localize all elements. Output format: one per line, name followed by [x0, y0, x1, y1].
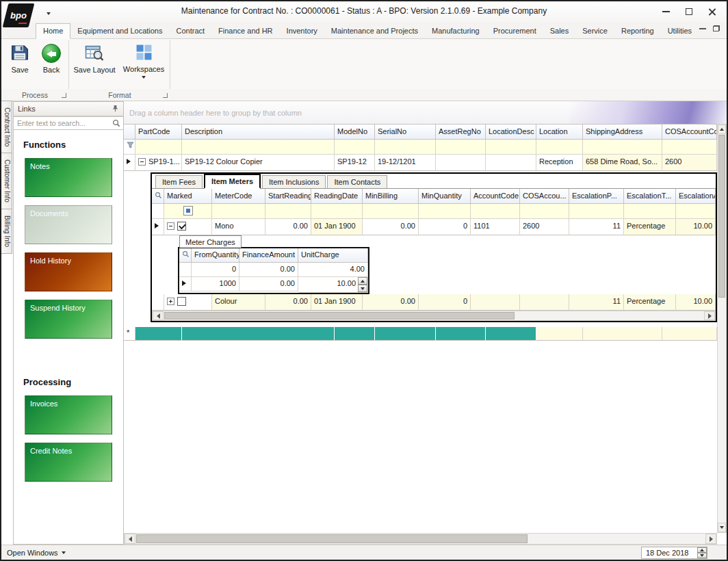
- collapse-row-icon[interactable]: [167, 222, 174, 230]
- cell-locationdesc[interactable]: [486, 155, 536, 171]
- meters-column-readingdate[interactable]: ReadingDate: [311, 189, 363, 204]
- new-cell-cosaccountcode[interactable]: [662, 327, 717, 341]
- scroll-left-button[interactable]: [125, 534, 135, 544]
- pin-icon[interactable]: [112, 105, 119, 114]
- checkbox-filter-icon[interactable]: [183, 206, 193, 216]
- meters-filter-startreading[interactable]: [265, 204, 311, 219]
- charges-cell-fromquantity[interactable]: 1000: [192, 277, 239, 291]
- meters-cell-marked[interactable]: [164, 294, 212, 311]
- charge-row-2[interactable]: 1000 0.00 10.00: [179, 277, 368, 293]
- search-icon[interactable]: [112, 119, 120, 129]
- meter-row-mono[interactable]: Mono 0.00 01 Jan 1900 0.00 0 1101 2600 1…: [152, 219, 716, 235]
- ribbon-tab-utilities[interactable]: Utilities: [661, 24, 699, 38]
- meter-row-colour[interactable]: Colour 0.00 01 Jan 1900 0.00 0 11 Percen…: [152, 294, 716, 311]
- meters-cell-escalationt[interactable]: Percentage: [624, 294, 676, 311]
- spin-up-button[interactable]: [697, 547, 707, 553]
- column-header-partcode[interactable]: PartCode: [135, 125, 182, 140]
- filter-cell-locationdesc[interactable]: [486, 140, 536, 155]
- scrollbar-thumb[interactable]: [718, 135, 725, 298]
- scrollbar-thumb[interactable]: [164, 312, 515, 319]
- ribbon-tab-sales[interactable]: Sales: [543, 24, 576, 38]
- meters-column-metercode[interactable]: MeterCode: [212, 189, 265, 204]
- suspend-history-button[interactable]: Suspend History: [25, 300, 112, 339]
- tab-item-fees[interactable]: Item Fees: [155, 175, 203, 188]
- vertical-scrollbar[interactable]: [717, 124, 727, 533]
- maximize-button[interactable]: [677, 1, 701, 22]
- back-button[interactable]: Back: [37, 41, 66, 87]
- main-horizontal-scrollbar[interactable]: [124, 533, 717, 545]
- new-cell-shippingaddress[interactable]: [583, 327, 662, 341]
- new-cell-locationdesc[interactable]: [486, 327, 536, 341]
- meters-column-escalationa[interactable]: EscalationA...: [676, 189, 716, 204]
- column-header-description[interactable]: Description: [182, 125, 335, 140]
- group-by-panel[interactable]: Drag a column header here to group by th…: [124, 101, 727, 124]
- ribbon-tab-service[interactable]: Service: [575, 24, 614, 38]
- meters-filter-marked[interactable]: [164, 204, 212, 219]
- meters-cell-minquantity[interactable]: 0: [419, 294, 471, 311]
- spin-down-button[interactable]: [697, 553, 707, 558]
- documents-button[interactable]: Documents: [25, 205, 112, 244]
- minimize-button[interactable]: [654, 1, 677, 22]
- collapse-row-icon[interactable]: [138, 158, 146, 166]
- meters-cell-readingdate[interactable]: 01 Jan 1900: [311, 294, 363, 311]
- meters-column-escalationt[interactable]: EscalationT...: [624, 189, 676, 204]
- ribbon-tab-reporting[interactable]: Reporting: [614, 24, 661, 38]
- ribbon-tab-manufacturing[interactable]: Manufacturing: [425, 24, 486, 38]
- cell-location[interactable]: Reception: [536, 155, 583, 171]
- save-button[interactable]: Save: [5, 41, 34, 87]
- tab-item-inclusions[interactable]: Item Inclusions: [262, 175, 326, 188]
- cell-shippingaddress[interactable]: 658 Dime Road, So...: [583, 155, 662, 171]
- meters-filter-escalationt[interactable]: [624, 204, 676, 219]
- ribbon-tab-inventory[interactable]: Inventory: [280, 24, 324, 38]
- filter-cell-description[interactable]: [182, 140, 335, 155]
- tab-meter-charges[interactable]: Meter Charges: [179, 235, 242, 248]
- date-editor[interactable]: 18 Dec 2018: [641, 547, 707, 559]
- spin-up-button[interactable]: [358, 277, 367, 285]
- new-cell-serialno[interactable]: [375, 327, 436, 341]
- side-tab-contract-info[interactable]: Contract Info: [1, 101, 12, 153]
- tab-item-meters[interactable]: Item Meters: [204, 174, 261, 189]
- detail-horizontal-scrollbar[interactable]: [152, 311, 716, 321]
- ribbon-tab-home[interactable]: Home: [36, 23, 70, 39]
- scroll-right-button[interactable]: [704, 311, 715, 320]
- meters-cell-minbilling[interactable]: 0.00: [363, 294, 419, 311]
- meters-filter-escalationa[interactable]: [676, 204, 716, 219]
- side-tab-customer-info[interactable]: Customer Info: [1, 153, 12, 209]
- scroll-up-button[interactable]: [718, 125, 726, 134]
- marked-checkbox[interactable]: [177, 297, 186, 306]
- new-cell-location[interactable]: [536, 327, 583, 341]
- meters-column-startreading[interactable]: StartReading: [265, 189, 311, 204]
- equipment-row[interactable]: SP19-1... SP19-12 Colour Copier SP19-12 …: [124, 155, 717, 171]
- filter-cell-location[interactable]: [536, 140, 583, 155]
- meters-cell-marked[interactable]: [164, 219, 212, 235]
- credit-notes-button[interactable]: Credit Notes: [25, 443, 112, 482]
- meters-cell-accountcode[interactable]: 1101: [471, 219, 520, 235]
- meters-cell-minbilling[interactable]: 0.00: [363, 219, 419, 235]
- new-cell-modelno[interactable]: [335, 327, 375, 341]
- charge-row-1[interactable]: 0 0.00 4.00: [179, 263, 368, 277]
- hold-history-button[interactable]: Hold History: [25, 252, 112, 291]
- workspaces-button[interactable]: Workspaces: [120, 41, 167, 87]
- filter-cell-serialno[interactable]: [375, 140, 436, 155]
- meters-filter-minquantity[interactable]: [419, 204, 471, 219]
- charges-cell-unitcharge-editor[interactable]: 10.00: [298, 277, 368, 293]
- meters-cell-escalationp[interactable]: 11: [569, 294, 624, 311]
- new-cell-description[interactable]: [182, 327, 335, 341]
- ribbon-tab-contract[interactable]: Contract: [170, 24, 212, 38]
- cell-partcode[interactable]: SP19-1...: [135, 155, 182, 171]
- new-cell-partcode[interactable]: [135, 327, 182, 341]
- side-tab-billing-info[interactable]: Billing Info: [1, 209, 12, 254]
- meters-cell-metercode[interactable]: Colour: [212, 294, 265, 311]
- scroll-left-button[interactable]: [153, 311, 164, 320]
- meters-cell-minquantity[interactable]: 0: [419, 219, 471, 235]
- marked-checkbox[interactable]: [177, 222, 186, 231]
- quick-access-dropdown-icon[interactable]: [47, 8, 51, 16]
- cell-description[interactable]: SP19-12 Colour Copier: [182, 155, 335, 171]
- meters-cell-escalationa[interactable]: 10.00: [676, 219, 716, 235]
- filter-cell-partcode[interactable]: [135, 140, 182, 155]
- column-header-location[interactable]: Location: [536, 125, 583, 140]
- meters-cell-accountcode[interactable]: [471, 294, 520, 311]
- expand-row-icon[interactable]: [167, 298, 174, 305]
- meters-cell-cosaccount[interactable]: 2600: [520, 219, 569, 235]
- column-header-serialno[interactable]: SerialNo: [375, 125, 436, 140]
